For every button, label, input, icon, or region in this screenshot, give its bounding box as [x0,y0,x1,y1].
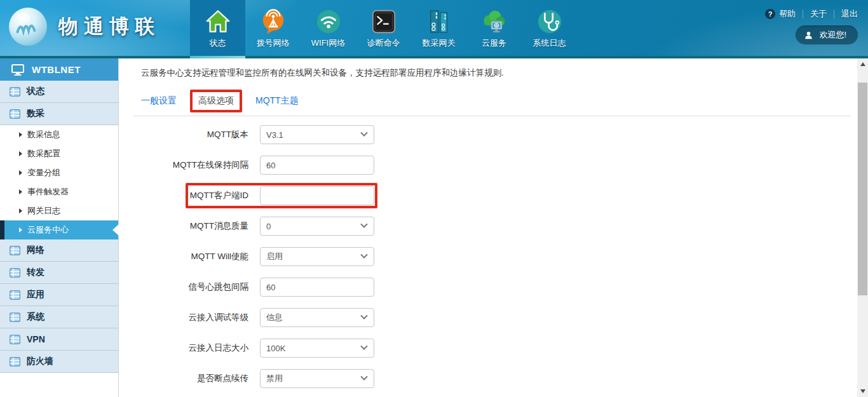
field-row-cloud-log-size: 云接入日志大小 100K [129,339,857,358]
topnav-item-label: 云服务 [482,37,506,49]
sidebar-item-firewall[interactable]: 防火墙 [0,351,118,373]
sidebar-item-gateway-log[interactable]: 网关日志 [0,201,118,220]
vertical-scrollbar[interactable] [857,58,868,397]
about-link[interactable]: 关于 [810,8,827,20]
field-row-heartbeat-interval: 信号心跳包间隔 [129,278,857,297]
select-value: V3.1 [266,130,283,140]
field-label: 云接入日志大小 [129,342,260,354]
page: 物通博联 状态 拨号网络 WIFI网络 [0,0,868,397]
scrollbar-thumb[interactable] [858,83,867,295]
sidebar-item-forwarding[interactable]: 转发 [0,262,118,284]
logout-link[interactable]: 退出 [841,8,858,20]
sidebar-item-network[interactable]: 网络 [0,239,118,262]
top-navigation: 状态 拨号网络 WIFI网络 诊断命令 [190,0,577,58]
tabs: 一般设置 高级选项 MQTT主题 [133,95,851,116]
topnav-item-daq-gateway[interactable]: 数采网关 [411,0,466,56]
scroll-down-button[interactable] [857,386,868,396]
select-value: 100K [266,344,285,353]
topbar-right: ? 帮助 关于 退出 欢迎您! [765,8,858,44]
tab-general-settings[interactable]: 一般设置 [141,95,177,107]
home-icon [204,8,232,36]
sidebar-item-cloud-service-center[interactable]: 云服务中心 [0,220,118,239]
sidebar-item-daq[interactable]: 数采 [0,103,118,125]
field-row-mqtt-will-enable: MQTT Will使能 启用 [129,247,857,266]
sidebar-header: WTBLNET [0,58,118,81]
monitor-icon [11,64,25,76]
topnav-item-cloud-service[interactable]: 云服务 [466,0,522,56]
topnav-item-diagnostic-command[interactable]: 诊断命令 [356,0,411,56]
mqtt-client-id-input[interactable] [260,186,374,205]
wifi-icon [315,8,342,36]
sidebar-item-daq-info[interactable]: 数采信息 [0,125,118,144]
sidebar-item-variable-group[interactable]: 变量分组 [0,163,118,182]
select-value: 禁用 [266,373,283,384]
triangle-right-icon [19,132,22,137]
tab-mqtt-topic[interactable]: MQTT主题 [255,95,299,107]
field-label: MQTT版本 [129,129,260,140]
sidebar-item-label: 事件触发器 [27,186,69,198]
triangle-right-icon [19,170,22,175]
topnav-item-label: 拨号网络 [257,37,290,49]
topbar: 物通博联 状态 拨号网络 WIFI网络 [0,0,868,58]
cloud-log-size-select[interactable]: 100K [260,339,374,358]
sidebar-item-label: VPN [27,334,45,344]
mqtt-keepalive-input[interactable] [260,156,374,175]
chevron-down-icon [360,373,367,380]
brand-name: 物通博联 [58,13,160,40]
device-name: WTBLNET [32,64,81,75]
sidebar-item-vpn[interactable]: VPN [0,328,118,351]
sidebar-item-system[interactable]: 系统 [0,306,118,328]
sidebar-item-label: 网络 [27,245,44,256]
dial-network-icon [259,8,287,36]
field-label: 是否断点续传 [129,373,260,384]
field-row-mqtt-qos: MQTT消息质量 0 [129,217,857,236]
field-row-cloud-debug-level: 云接入调试等级 信息 [129,308,857,327]
topnav-item-status[interactable]: 状态 [190,0,245,56]
settings-form: MQTT版本 V3.1 MQTT在线保持间隔 MQTT客户端ID MQTT消息质… [129,125,857,388]
sidebar-item-label: 状态 [27,86,44,97]
welcome-label: 欢迎您! [819,29,846,41]
topnav-item-label: 诊断命令 [367,37,400,49]
mqtt-will-enable-select[interactable]: 启用 [260,247,374,266]
user-icon [804,30,813,40]
sidebar-item-label: 应用 [27,289,44,300]
topnav-item-label: 状态 [210,37,226,49]
tab-advanced-options[interactable]: 高级选项 [198,95,234,107]
sidebar-item-label: 数采信息 [27,129,60,140]
mqtt-qos-select[interactable]: 0 [260,217,374,236]
help-icon: ? [765,9,775,19]
welcome-button[interactable]: 欢迎您! [796,25,858,44]
sidebar-item-label: 系统 [27,311,44,323]
topnav-item-dial-network[interactable]: 拨号网络 [245,0,301,56]
select-value: 信息 [266,312,283,323]
list-icon [10,313,20,322]
stethoscope-icon [536,8,564,36]
triangle-right-icon [19,151,22,156]
resume-transfer-select[interactable]: 禁用 [260,369,374,388]
heartbeat-interval-input[interactable] [260,278,374,297]
sidebar-item-daq-config[interactable]: 数采配置 [0,144,118,163]
logo-sphere-icon [8,6,48,47]
field-label: MQTT在线保持间隔 [129,159,260,171]
terminal-icon [370,8,398,36]
cloud-debug-level-select[interactable]: 信息 [260,308,374,327]
list-icon [10,335,20,344]
scroll-up-button[interactable] [857,59,868,69]
sidebar-item-event-trigger[interactable]: 事件触发器 [0,182,118,201]
field-label: MQTT Will使能 [129,251,260,262]
field-label: 信号心跳包间隔 [129,281,260,293]
topnav-item-system-log[interactable]: 系统日志 [522,0,577,56]
mqtt-version-select[interactable]: V3.1 [260,125,374,144]
help-link[interactable]: 帮助 [779,8,796,20]
field-row-resume-transfer: 是否断点续传 禁用 [129,369,857,388]
divider [803,10,803,18]
triangle-right-icon [19,208,22,213]
top-links: ? 帮助 关于 退出 [765,8,858,20]
sidebar-item-application[interactable]: 应用 [0,284,118,306]
divider [834,10,834,18]
sidebar-item-label: 防火墙 [27,356,53,367]
sidebar: WTBLNET 状态 数采 数采信息 数采配置 变量分组 事件触发器 网关 [0,58,119,397]
topnav-item-wifi-network[interactable]: WIFI网络 [301,0,356,56]
sidebar-item-label: 变量分组 [27,167,60,178]
sidebar-item-status[interactable]: 状态 [0,81,118,103]
